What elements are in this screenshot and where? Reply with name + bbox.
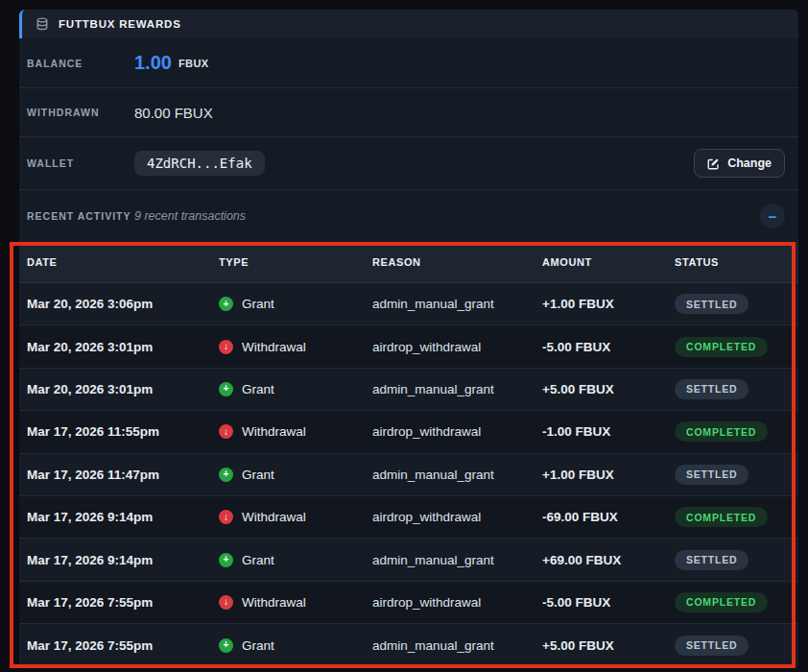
transaction-reason: admin_manual_grant (372, 297, 542, 311)
transaction-row[interactable]: Mar 17, 2026 11:55pm ↓ Withdrawal airdro… (19, 411, 798, 453)
withdrawal-down-circle-icon: ↓ (219, 424, 233, 439)
wallet-row: WALLET 4ZdRCH...Efak Change (19, 137, 798, 190)
edit-pencil-icon (707, 157, 720, 170)
transaction-amount: -1.00 FBUX (542, 424, 675, 439)
status-badge: COMPLETED (675, 421, 768, 442)
transaction-type-label: Grant (242, 638, 274, 653)
futtbux-rewards-panel: FUTTBUX REWARDS BALANCE 1.00 FBUX WITHDR… (19, 10, 798, 667)
minus-icon: − (769, 209, 777, 224)
grant-plus-circle-icon: + (219, 553, 233, 567)
transaction-amount: -5.00 FBUX (542, 340, 675, 354)
balance-unit: FBUX (178, 58, 209, 69)
column-header-reason: REASON (372, 256, 542, 268)
transaction-reason: admin_manual_grant (372, 468, 542, 482)
collapse-activity-button[interactable]: − (760, 204, 785, 228)
transaction-date: Mar 17, 2026 11:55pm (27, 424, 219, 439)
transaction-date: Mar 17, 2026 7:55pm (27, 638, 219, 653)
grant-plus-circle-icon: + (219, 638, 233, 653)
status-badge: SETTLED (675, 294, 749, 314)
transaction-amount: -5.00 FBUX (542, 595, 675, 610)
withdrawn-row: WITHDRAWN 80.00 FBUX (19, 88, 798, 137)
status-badge: SETTLED (675, 636, 749, 656)
transaction-reason: airdrop_withdrawal (372, 424, 542, 439)
wallet-address[interactable]: 4ZdRCH...Efak (134, 151, 265, 176)
recent-activity-row: RECENT ACTIVITY 9 recent transactions − (19, 190, 798, 242)
transaction-row[interactable]: Mar 20, 2026 3:01pm + Grant admin_manual… (19, 369, 798, 411)
table-header-row: DATE TYPE REASON AMOUNT STATUS (19, 242, 798, 283)
transaction-date: Mar 20, 2026 3:01pm (27, 340, 219, 354)
panel-title: FUTTBUX REWARDS (59, 18, 181, 30)
transaction-type-label: Grant (242, 468, 274, 482)
change-button-label: Change (727, 156, 772, 170)
recent-activity-summary: 9 recent transactions (134, 209, 246, 223)
transaction-reason: admin_manual_grant (372, 638, 542, 653)
column-header-status: STATUS (675, 256, 798, 268)
transaction-type-label: Grant (242, 297, 274, 311)
grant-plus-circle-icon: + (219, 297, 233, 311)
transaction-type-label: Grant (242, 382, 274, 396)
transaction-reason: admin_manual_grant (372, 382, 542, 396)
transaction-row[interactable]: Mar 17, 2026 9:14pm ↓ Withdrawal airdrop… (19, 496, 798, 539)
transaction-date: Mar 17, 2026 9:14pm (27, 553, 219, 567)
transaction-type-label: Withdrawal (242, 424, 306, 439)
column-header-type: TYPE (219, 256, 372, 268)
transaction-amount: +5.00 FBUX (542, 638, 675, 653)
balance-value: 1.00 (134, 52, 172, 74)
transaction-amount: -69.00 FBUX (542, 510, 675, 524)
balance-row: BALANCE 1.00 FBUX (19, 38, 798, 88)
transaction-type-label: Withdrawal (242, 510, 306, 524)
transaction-type-label: Withdrawal (242, 595, 306, 610)
transaction-reason: airdrop_withdrawal (372, 595, 542, 610)
panel-header: FUTTBUX REWARDS (19, 10, 798, 38)
grant-plus-circle-icon: + (219, 382, 233, 396)
withdrawal-down-circle-icon: ↓ (219, 510, 233, 524)
transaction-amount: +69.00 FBUX (542, 553, 675, 567)
transaction-date: Mar 17, 2026 9:14pm (27, 510, 219, 524)
status-badge: COMPLETED (675, 507, 768, 527)
status-badge: COMPLETED (675, 592, 768, 612)
withdrawal-down-circle-icon: ↓ (219, 340, 233, 354)
change-wallet-button[interactable]: Change (694, 149, 785, 178)
transaction-row[interactable]: Mar 17, 2026 7:55pm + Grant admin_manual… (19, 624, 798, 666)
transaction-reason: airdrop_withdrawal (372, 510, 542, 524)
transaction-row[interactable]: Mar 17, 2026 11:47pm + Grant admin_manua… (19, 454, 798, 496)
transaction-row[interactable]: Mar 17, 2026 7:55pm ↓ Withdrawal airdrop… (19, 582, 798, 624)
balance-label: BALANCE (27, 58, 134, 69)
table-body: Mar 20, 2026 3:06pm + Grant admin_manual… (19, 283, 798, 667)
status-badge: SETTLED (675, 465, 749, 485)
transaction-date: Mar 17, 2026 11:47pm (27, 468, 219, 482)
transaction-row[interactable]: Mar 17, 2026 9:14pm + Grant admin_manual… (19, 539, 798, 581)
status-badge: SETTLED (675, 550, 749, 570)
grant-plus-circle-icon: + (219, 468, 233, 482)
coins-icon (36, 17, 49, 31)
transaction-reason: admin_manual_grant (372, 553, 542, 567)
transaction-type-label: Grant (242, 553, 274, 567)
transaction-date: Mar 20, 2026 3:01pm (27, 382, 219, 396)
transaction-amount: +1.00 FBUX (542, 468, 675, 482)
transaction-amount: +1.00 FBUX (542, 297, 675, 311)
transaction-row[interactable]: Mar 20, 2026 3:06pm + Grant admin_manual… (19, 283, 798, 325)
recent-activity-label: RECENT ACTIVITY (27, 210, 134, 222)
transaction-row[interactable]: Mar 20, 2026 3:01pm ↓ Withdrawal airdrop… (19, 325, 798, 368)
withdrawal-down-circle-icon: ↓ (219, 595, 233, 610)
status-badge: SETTLED (675, 379, 749, 399)
status-badge: COMPLETED (675, 337, 768, 357)
transaction-reason: airdrop_withdrawal (372, 340, 542, 354)
transaction-amount: +5.00 FBUX (542, 382, 675, 396)
column-header-date: DATE (27, 256, 219, 268)
transactions-table: DATE TYPE REASON AMOUNT STATUS Mar 20, 2… (19, 242, 798, 667)
transaction-date: Mar 17, 2026 7:55pm (27, 595, 219, 610)
withdrawn-label: WITHDRAWN (27, 107, 134, 118)
transaction-type-label: Withdrawal (242, 340, 306, 354)
wallet-label: WALLET (27, 157, 134, 169)
withdrawn-value: 80.00 FBUX (134, 105, 213, 121)
column-header-amount: AMOUNT (542, 256, 675, 268)
transaction-date: Mar 20, 2026 3:06pm (27, 297, 219, 311)
